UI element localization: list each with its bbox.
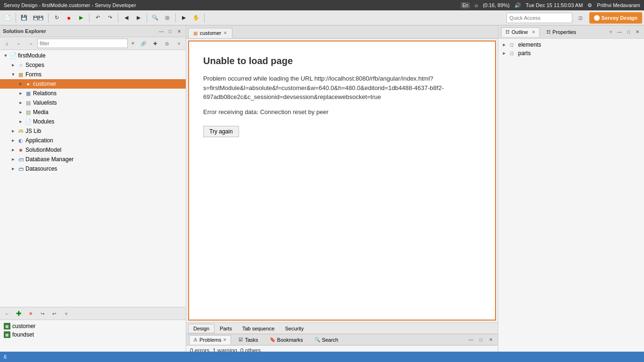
problems-tab-search[interactable]: 🔍 Search xyxy=(311,335,342,345)
problems-close-icon[interactable]: ✕ xyxy=(223,337,227,342)
outline-item-parts[interactable]: ► ☷ parts xyxy=(500,49,642,58)
se-add-button[interactable]: ✚ xyxy=(14,308,24,319)
bottom-tab-tabsequence[interactable]: Tab sequence xyxy=(237,324,280,333)
se-close-button[interactable]: ✕ xyxy=(175,27,183,35)
right-panel-maximize-btn[interactable]: □ xyxy=(625,28,632,36)
right-panel-minimize-btn[interactable]: ― xyxy=(616,28,623,36)
run-button[interactable]: ▶ xyxy=(75,12,87,24)
se-import-button[interactable]: ↩ xyxy=(49,308,59,319)
tree-item-firstmodule[interactable]: ▼ 📄 firstModule xyxy=(0,51,186,60)
se-expand-all-button[interactable]: ✚ xyxy=(150,38,160,49)
new-button[interactable]: 📄 xyxy=(2,12,13,24)
statusbar: 6 xyxy=(0,352,644,362)
stop-button[interactable]: ■ xyxy=(63,12,74,24)
se-export-button[interactable]: ↪ xyxy=(37,308,48,319)
arrow-left-button[interactable]: ◀ xyxy=(121,12,132,24)
right-tab-outline[interactable]: ☷ Outline ✕ xyxy=(501,27,540,37)
outline-expand-parts[interactable]: ► xyxy=(502,51,508,56)
expand-solutionmodel[interactable]: ► xyxy=(9,146,17,154)
tree-item-valuelists[interactable]: ► ▤ Valuelists xyxy=(0,98,186,107)
expand-relations[interactable]: ► xyxy=(17,90,25,97)
problems-tab-problems[interactable]: ⚠ Problems ✕ xyxy=(189,335,231,345)
expand-datasources[interactable]: ► xyxy=(9,165,17,173)
problems-close-btn[interactable]: ✕ xyxy=(487,336,495,344)
se-filter-clear-button[interactable]: ✕ xyxy=(129,40,137,47)
servoy-circle-icon xyxy=(594,15,600,21)
tree-item-datasources[interactable]: ► 🗃 Datasources xyxy=(0,164,186,173)
undo-button[interactable]: ↶ xyxy=(92,12,103,24)
expand-jslib[interactable]: ► xyxy=(9,127,17,135)
se-back-button[interactable]: ← xyxy=(14,38,24,49)
tree-item-customer[interactable]: ► ■ customer xyxy=(0,79,186,89)
zoom-button[interactable]: 🔍 xyxy=(149,12,161,24)
se-menu-button[interactable]: ▿ xyxy=(173,38,184,49)
problems-minimize-btn[interactable]: ― xyxy=(467,336,475,344)
se-bottom-item-foundset[interactable]: ▦ foundset xyxy=(2,330,184,339)
tree-item-solutionmodel[interactable]: ► ■ SolutionModel xyxy=(0,145,186,155)
problems-icon: ⚠ xyxy=(193,337,198,342)
se-filter-input[interactable] xyxy=(37,39,128,48)
se-minimize-button[interactable]: ― xyxy=(157,27,165,35)
se-back2-button[interactable]: ← xyxy=(2,308,12,319)
tree-item-application[interactable]: ► ◐ Application xyxy=(0,136,186,145)
redo-button[interactable]: ↷ xyxy=(104,12,116,24)
problems-maximize-btn[interactable]: □ xyxy=(477,336,485,344)
expand-valuelists[interactable]: ► xyxy=(17,99,25,107)
hand-button[interactable]: ✋ xyxy=(190,12,202,24)
expand-firstmodule[interactable]: ▼ xyxy=(2,52,9,59)
tree-item-relations[interactable]: ► ▦ Relations xyxy=(0,89,186,98)
tree-item-modules[interactable]: ► 📄 Modules xyxy=(0,117,186,126)
tree-item-scopes[interactable]: ► ○ Scopes xyxy=(0,60,186,70)
se-collapse-all-button[interactable]: ⊙ xyxy=(162,38,172,49)
se-bottom-item-customer[interactable]: ▦ customer xyxy=(2,322,184,330)
expand-customer[interactable]: ► xyxy=(17,80,25,88)
se-home-button[interactable]: ⌂ xyxy=(2,38,12,49)
se-delete-button[interactable]: ✕ xyxy=(25,308,36,319)
editor-tab-customer[interactable]: ▦ customer ✕ xyxy=(188,28,232,38)
expand-application[interactable]: ► xyxy=(9,137,17,144)
sep7 xyxy=(204,13,205,23)
select-button[interactable]: ▶ xyxy=(178,12,190,24)
expand-media[interactable]: ► xyxy=(17,108,25,116)
relations-icon: ▦ xyxy=(25,90,32,97)
try-again-button[interactable]: Try again xyxy=(203,126,239,137)
expand-modules[interactable]: ► xyxy=(17,118,25,125)
bottom-tab-parts[interactable]: Parts xyxy=(215,324,237,333)
outline-item-elements[interactable]: ► ☷ elements xyxy=(500,41,642,49)
se-menu2-button[interactable]: ▿ xyxy=(61,308,71,319)
se-forward-button[interactable]: → xyxy=(25,38,36,49)
right-tab-properties[interactable]: ☷ Properties xyxy=(543,27,580,37)
tree-item-dbmanager[interactable]: ► 🗃 Database Manager xyxy=(0,155,186,164)
expand-forms[interactable]: ▼ xyxy=(9,71,17,78)
tree-label-customer: customer xyxy=(33,81,56,87)
perspectives-button[interactable]: ◫ xyxy=(575,12,586,24)
right-panel-dropdown-btn[interactable]: ▿ xyxy=(607,28,614,36)
tree-item-forms[interactable]: ▼ ▦ Forms xyxy=(0,70,186,79)
refresh-button[interactable]: ↻ xyxy=(51,12,62,24)
tab-customer-close[interactable]: ✕ xyxy=(223,31,227,35)
quick-access-input[interactable] xyxy=(506,13,572,23)
save-button[interactable]: 💾 xyxy=(18,12,30,24)
expand-dbmanager[interactable]: ► xyxy=(9,156,17,163)
se-link-button[interactable]: 🔗 xyxy=(138,38,149,49)
bottom-tab-design[interactable]: Design xyxy=(188,324,215,333)
expand-scopes[interactable]: ► xyxy=(9,61,17,69)
se-maximize-button[interactable]: □ xyxy=(166,27,174,35)
outline-close-icon[interactable]: ✕ xyxy=(532,30,536,34)
tree-item-media[interactable]: ► ▧ Media xyxy=(0,107,186,117)
media-icon: ▧ xyxy=(25,108,32,116)
outline-expand-elements[interactable]: ► xyxy=(502,42,508,47)
bottom-tab-security[interactable]: Security xyxy=(280,324,309,333)
se-header-controls: ― □ ✕ xyxy=(157,27,183,35)
right-panel-close-btn[interactable]: ✕ xyxy=(634,28,641,36)
problems-tab-tasks[interactable]: ☑ Tasks xyxy=(235,335,262,345)
arrow-right-button[interactable]: ▶ xyxy=(133,12,144,24)
servoy-design-button[interactable]: Servoy Design xyxy=(589,12,642,24)
volume-icon: 🔊 xyxy=(514,2,521,8)
save-all-button[interactable]: 💾💾 xyxy=(31,12,46,24)
outline-elements-icon: ☷ xyxy=(510,42,516,48)
target-button[interactable]: ◎ xyxy=(162,12,173,24)
battery-status: (0:16, 89%) xyxy=(483,2,510,8)
tree-item-jslib[interactable]: ► JS JS Lib xyxy=(0,126,186,136)
problems-tab-bookmarks[interactable]: 🔖 Bookmarks xyxy=(266,335,307,345)
